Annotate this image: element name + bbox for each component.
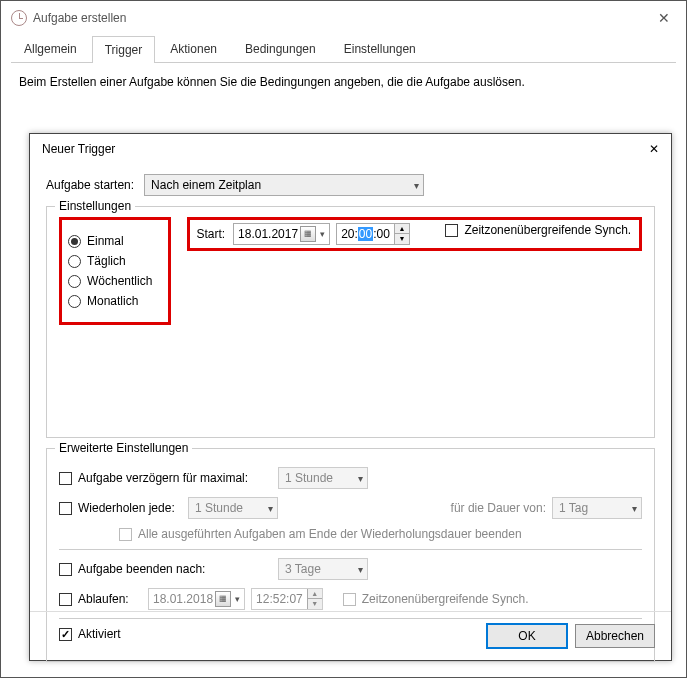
expire-date-input: 18.01.2018 ▦ ▾ (148, 588, 245, 610)
expire-label: Ablaufen: (78, 592, 148, 606)
tab-strip: Allgemein Trigger Aktionen Bedingungen E… (11, 35, 676, 63)
chevron-down-icon: ▾ (358, 473, 363, 484)
inner-titlebar: Neuer Trigger ✕ (30, 134, 671, 164)
radio-einmal[interactable]: Einmal (68, 234, 152, 248)
create-task-window: Aufgabe erstellen ✕ Allgemein Trigger Ak… (0, 0, 687, 678)
chevron-down-icon: ▾ (414, 180, 419, 191)
start-task-value: Nach einem Zeitplan (151, 178, 261, 192)
chevron-down-icon: ▾ (358, 564, 363, 575)
start-task-combo[interactable]: Nach einem Zeitplan ▾ (144, 174, 424, 196)
repeat-combo: 1 Stunde▾ (188, 497, 278, 519)
settings-group-label: Einstellungen (55, 199, 135, 213)
delay-combo: 1 Stunde▾ (278, 467, 368, 489)
new-trigger-dialog: Neuer Trigger ✕ Aufgabe starten: Nach ei… (29, 133, 672, 661)
tab-einstellungen[interactable]: Einstellungen (331, 35, 429, 62)
stopafter-combo: 3 Tage▾ (278, 558, 368, 580)
tab-bedingungen[interactable]: Bedingungen (232, 35, 329, 62)
divider (59, 549, 642, 550)
outer-title: Aufgabe erstellen (33, 11, 126, 25)
delay-checkbox[interactable] (59, 472, 72, 485)
inner-title: Neuer Trigger (42, 142, 115, 156)
delay-label: Aufgabe verzögern für maximal: (78, 471, 278, 485)
chevron-down-icon[interactable]: ▾ (317, 229, 327, 239)
chevron-down-icon: ▾ (232, 594, 242, 604)
chevron-down-icon: ▾ (632, 503, 637, 514)
start-date-input[interactable]: 18.01.2017 ▦ ▾ (233, 223, 330, 245)
calendar-icon: ▦ (215, 591, 231, 607)
tab-trigger[interactable]: Trigger (92, 36, 156, 63)
spinner-buttons[interactable]: ▲▼ (394, 224, 409, 244)
start-time-input[interactable]: 20:00:00 ▲▼ (336, 223, 410, 245)
repeat-label: Wiederholen jede: (78, 501, 188, 515)
tz-sync-label: Zeitzonenübergreifende Synch. (464, 223, 631, 237)
close-icon[interactable]: ✕ (649, 142, 659, 156)
duration-label: für die Dauer von: (451, 501, 546, 515)
stopall-label: Alle ausgeführten Aufgaben am Ende der W… (138, 527, 522, 541)
expire-tz-label: Zeitzonenübergreifende Synch. (362, 592, 529, 606)
button-bar: OK Abbrechen (30, 611, 671, 660)
tab-allgemein[interactable]: Allgemein (11, 35, 90, 62)
start-task-label: Aufgabe starten: (46, 178, 134, 192)
close-icon[interactable]: ✕ (652, 8, 676, 28)
advanced-group-label: Erweiterte Einstellungen (55, 441, 192, 455)
radio-icon (68, 275, 81, 288)
frequency-highlight: Einmal Täglich Wöchentlich Monatlich (59, 217, 171, 325)
radio-icon (68, 235, 81, 248)
expire-checkbox[interactable] (59, 593, 72, 606)
chevron-down-icon: ▾ (268, 503, 273, 514)
start-label: Start: (196, 227, 225, 241)
radio-taeglich[interactable]: Täglich (68, 254, 152, 268)
expire-tz-checkbox (343, 593, 356, 606)
tab-aktionen[interactable]: Aktionen (157, 35, 230, 62)
stopafter-checkbox[interactable] (59, 563, 72, 576)
tz-sync-checkbox[interactable] (445, 224, 458, 237)
cancel-button[interactable]: Abbrechen (575, 624, 655, 648)
expire-time-input: 12:52:07 ▲▼ (251, 588, 323, 610)
settings-group: Einstellungen Einmal Täglich Wöchentlich… (46, 206, 655, 438)
radio-icon (68, 295, 81, 308)
calendar-icon[interactable]: ▦ (300, 226, 316, 242)
duration-combo: 1 Tag▾ (552, 497, 642, 519)
radio-woechentlich[interactable]: Wöchentlich (68, 274, 152, 288)
stopall-checkbox (119, 528, 132, 541)
ok-button[interactable]: OK (487, 624, 567, 648)
radio-icon (68, 255, 81, 268)
clock-icon (11, 10, 27, 26)
outer-titlebar: Aufgabe erstellen ✕ (1, 1, 686, 35)
stopafter-label: Aufgabe beenden nach: (78, 562, 278, 576)
tab-content: Beim Erstellen einer Aufgabe können Sie … (1, 63, 686, 101)
spinner-buttons: ▲▼ (307, 589, 322, 609)
repeat-checkbox[interactable] (59, 502, 72, 515)
trigger-description: Beim Erstellen einer Aufgabe können Sie … (19, 75, 525, 89)
radio-monatlich[interactable]: Monatlich (68, 294, 152, 308)
